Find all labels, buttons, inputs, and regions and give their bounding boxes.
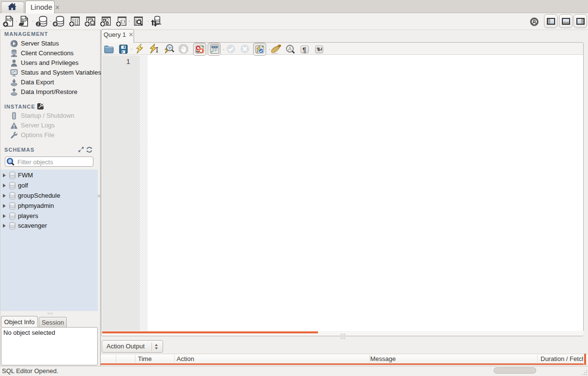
svg-text:SQL: SQL: [6, 18, 13, 22]
svg-text:SQL: SQL: [21, 18, 28, 22]
svg-text:i: i: [38, 22, 39, 27]
